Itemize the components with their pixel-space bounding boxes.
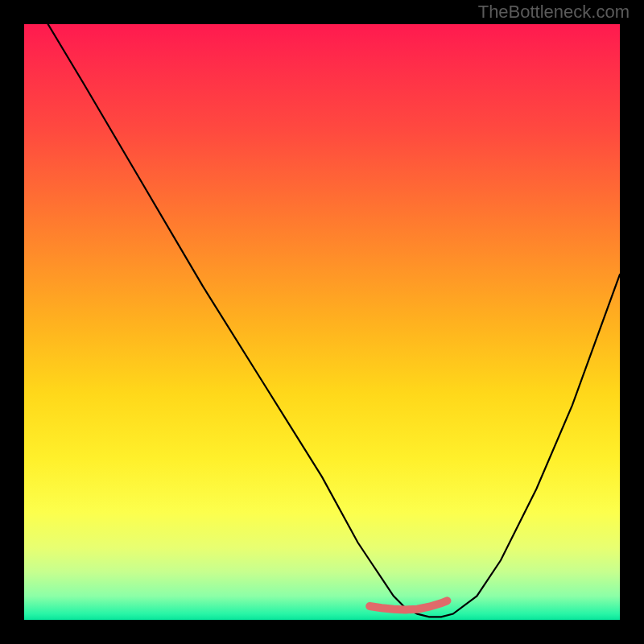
watermark-text: TheBottleneck.com xyxy=(478,2,630,23)
plot-area xyxy=(24,24,620,620)
bottleneck-curve xyxy=(48,24,620,617)
optimal-zone-marker xyxy=(369,601,447,609)
chart-container: TheBottleneck.com xyxy=(0,0,644,644)
chart-svg xyxy=(24,24,620,620)
